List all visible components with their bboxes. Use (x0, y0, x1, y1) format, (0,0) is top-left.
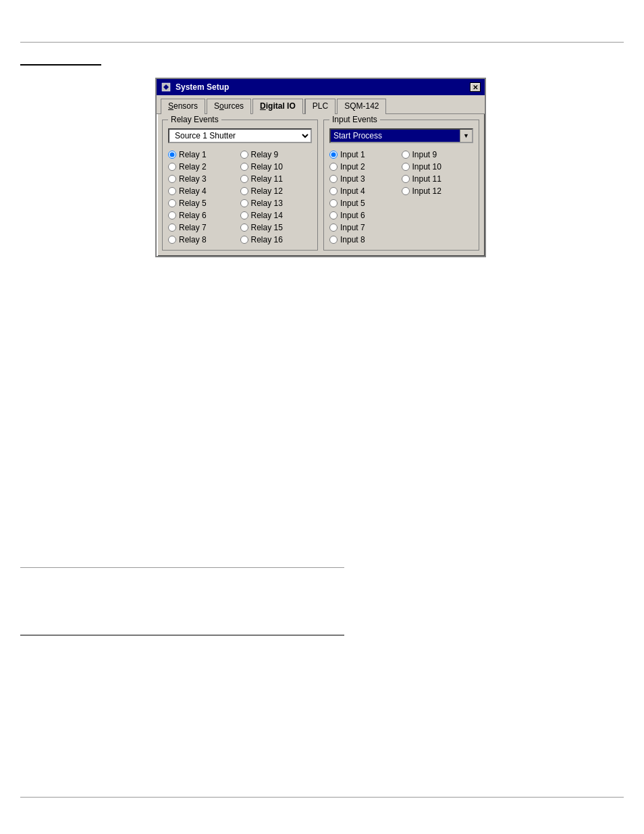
relay7-radio[interactable] (168, 224, 176, 232)
relay7-label: Relay 7 (179, 223, 207, 232)
tab-sources[interactable]: Sources (207, 99, 251, 114)
input3-label: Input 3 (340, 174, 365, 184)
relay8-radio[interactable] (168, 236, 176, 244)
input9-radio[interactable] (402, 151, 410, 159)
tab-bar: Sensors Sources Digital IO PLC SQM-142 (157, 95, 485, 114)
input-events-group: Input Events Start Process ▼ Input 1 (323, 120, 479, 251)
input7-label: Input 7 (340, 223, 365, 232)
input6-radio[interactable] (329, 211, 338, 219)
relay4-radio[interactable] (168, 187, 176, 195)
input1-item: Input 1 (329, 150, 402, 159)
input-dropdown-display[interactable]: Start Process ▼ (329, 128, 473, 143)
relay5-radio[interactable] (168, 199, 176, 207)
mid-divider-2 (20, 635, 344, 635)
relay1-radio[interactable] (168, 151, 176, 159)
input7-item: Input 7 (329, 223, 402, 232)
close-button[interactable]: ✕ (470, 82, 481, 92)
tab-sqm142[interactable]: SQM-142 (337, 99, 386, 114)
dialog-title: System Setup (176, 82, 229, 92)
input11-item: Input 11 (402, 174, 474, 184)
input12-radio[interactable] (402, 187, 410, 195)
input9-label: Input 9 (412, 150, 437, 159)
relay10-item: Relay 10 (240, 162, 313, 172)
relay6-radio[interactable] (168, 211, 176, 219)
relay4-label: Relay 4 (179, 186, 207, 196)
relay13-label: Relay 13 (251, 199, 283, 208)
tab-digital-io-label: Digital IO (260, 101, 296, 111)
input9-item: Input 9 (402, 150, 474, 159)
empty-cell-4 (402, 235, 474, 244)
relay2-radio[interactable] (168, 163, 176, 171)
input10-radio[interactable] (402, 163, 410, 171)
relay3-radio[interactable] (168, 175, 176, 183)
input5-item: Input 5 (329, 199, 402, 208)
title-bar-left: System Setup (161, 82, 229, 93)
input6-label: Input 6 (340, 211, 365, 220)
input1-label: Input 1 (340, 150, 365, 159)
input8-item: Input 8 (329, 235, 402, 244)
relay-events-label: Relay Events (168, 115, 221, 124)
relay7-item: Relay 7 (168, 223, 240, 232)
input-dropdown-wrapper: Start Process ▼ (329, 128, 473, 143)
relay1-item: Relay 1 (168, 150, 240, 159)
relay16-radio[interactable] (240, 236, 248, 244)
top-divider (20, 42, 624, 43)
relay12-radio[interactable] (240, 187, 248, 195)
relay6-item: Relay 6 (168, 211, 240, 220)
empty-cell-2 (402, 211, 474, 220)
relay-dropdown[interactable]: Source 1 Shutter Source 2 Shutter Source… (168, 128, 312, 143)
input2-radio[interactable] (329, 163, 338, 171)
input10-item: Input 10 (402, 162, 474, 172)
relay10-radio[interactable] (240, 163, 248, 171)
relay13-radio[interactable] (240, 199, 248, 207)
tab-plc-label: PLC (313, 101, 328, 111)
relay9-item: Relay 9 (240, 150, 313, 159)
input5-radio[interactable] (329, 199, 338, 207)
input8-label: Input 8 (340, 235, 365, 244)
tab-digital-io[interactable]: Digital IO (252, 99, 303, 114)
relay5-label: Relay 5 (179, 199, 207, 208)
input-events-label: Input Events (329, 115, 380, 124)
relay8-item: Relay 8 (168, 235, 240, 244)
relay9-radio[interactable] (240, 151, 248, 159)
input2-label: Input 2 (340, 162, 365, 172)
relay5-item: Relay 5 (168, 199, 240, 208)
input1-radio[interactable] (329, 151, 338, 159)
tab-sources-label: Sources (214, 101, 244, 111)
input4-item: Input 4 (329, 186, 402, 196)
relay-events-group: Relay Events Source 1 Shutter Source 2 S… (162, 120, 318, 251)
input2-item: Input 2 (329, 162, 402, 172)
relay14-label: Relay 14 (251, 211, 283, 220)
relay15-radio[interactable] (240, 224, 248, 232)
relay14-radio[interactable] (240, 211, 248, 219)
system-setup-dialog: System Setup ✕ Sensors Sources Digital I… (155, 78, 486, 257)
input4-label: Input 4 (340, 186, 365, 196)
tab-sensors[interactable]: Sensors (161, 99, 205, 114)
page-background: System Setup ✕ Sensors Sources Digital I… (0, 0, 644, 834)
input4-radio[interactable] (329, 187, 338, 195)
input6-item: Input 6 (329, 211, 402, 220)
input3-item: Input 3 (329, 174, 402, 184)
relay12-label: Relay 12 (251, 186, 283, 196)
input3-radio[interactable] (329, 175, 338, 183)
relay6-label: Relay 6 (179, 211, 207, 220)
input10-label: Input 10 (412, 162, 441, 172)
relay2-item: Relay 2 (168, 162, 240, 172)
input11-radio[interactable] (402, 175, 410, 183)
dialog-content: Relay Events Source 1 Shutter Source 2 S… (157, 114, 485, 256)
relay3-item: Relay 3 (168, 174, 240, 184)
relay8-label: Relay 8 (179, 235, 207, 244)
empty-cell-3 (402, 223, 474, 232)
relay11-radio[interactable] (240, 175, 248, 183)
relay4-item: Relay 4 (168, 186, 240, 196)
input12-item: Input 12 (402, 186, 474, 196)
relay11-item: Relay 11 (240, 174, 313, 184)
input5-label: Input 5 (340, 199, 365, 208)
relay-dropdown-wrapper: Source 1 Shutter Source 2 Shutter Source… (168, 128, 312, 143)
accent-line (20, 64, 101, 66)
input7-radio[interactable] (329, 224, 338, 232)
input8-radio[interactable] (329, 236, 338, 244)
relay16-item: Relay 16 (240, 235, 313, 244)
input-dropdown-row: Start Process ▼ (329, 128, 473, 143)
tab-plc[interactable]: PLC (305, 99, 336, 114)
